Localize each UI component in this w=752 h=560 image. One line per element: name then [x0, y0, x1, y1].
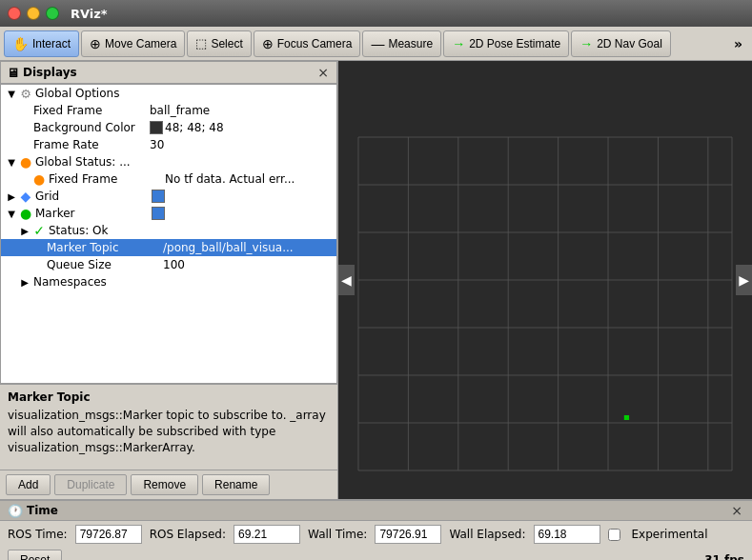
more-button[interactable]: » [728, 36, 748, 51]
ros-time-input[interactable] [75, 525, 142, 544]
displays-icon: 🖥 [7, 66, 19, 80]
move-camera-label: Move Camera [105, 37, 176, 50]
fixed-frame-value: ball_frame [146, 104, 336, 117]
namespaces-row[interactable]: ▶ Namespaces [1, 273, 336, 290]
interact-button[interactable]: ✋ Interact [4, 30, 79, 57]
marker-topic-row[interactable]: Marker Topic /pong_ball/ball_visua... [1, 239, 336, 256]
toolbar: ✋ Interact ⊕ Move Camera ⬚ Select ⊕ Focu… [0, 27, 752, 61]
minimize-button[interactable] [27, 7, 40, 20]
global-options-row[interactable]: ▼ ⚙ Global Options [1, 85, 336, 102]
fixed-frame-status-row[interactable]: ● Fixed Frame No tf data. Actual err... [1, 170, 336, 188]
time-content: ROS Time: ROS Elapsed: Wall Time: Wall E… [0, 521, 752, 548]
info-title: Marker Topic [8, 390, 330, 404]
grid-label: Grid [33, 190, 148, 203]
queue-size-value: 100 [159, 258, 336, 271]
add-button[interactable]: Add [6, 474, 51, 495]
grid-arrow[interactable]: ▶ [5, 191, 18, 202]
global-options-arrow[interactable]: ▼ [5, 89, 18, 99]
time-row2: Reset 31 fps [0, 548, 752, 560]
experimental-checkbox[interactable] [608, 529, 620, 541]
time-title: 🕐 Time [8, 504, 58, 518]
global-status-row[interactable]: ▼ ● Global Status: ... [1, 153, 336, 170]
duplicate-button[interactable]: Duplicate [54, 474, 127, 495]
marker-row[interactable]: ▼ ● Marker [1, 205, 336, 222]
background-color-value: 48; 48; 48 [146, 121, 336, 135]
marker-icon: ● [18, 206, 33, 221]
pose-icon: → [452, 36, 465, 51]
info-description: visualization_msgs::Marker topic to subs… [8, 408, 330, 455]
grid-row[interactable]: ▶ ◆ Grid [1, 188, 336, 205]
status-ok-row[interactable]: ▶ ✓ Status: Ok [1, 222, 336, 239]
3d-view[interactable]: ◀ ▶ [338, 61, 752, 499]
marker-value [148, 207, 336, 221]
left-panel: 🖥 Displays × ▼ ⚙ Global Options Fixed Fr… [0, 61, 338, 499]
select-icon: ⬚ [195, 36, 207, 50]
pose-estimate-label: 2D Pose Estimate [469, 37, 560, 50]
frame-rate-row[interactable]: Frame Rate 30 [1, 136, 336, 153]
time-label: Time [27, 504, 58, 517]
status-ok-label: Status: Ok [47, 224, 161, 237]
marker-topic-value: /pong_ball/ball_visua... [159, 241, 336, 254]
nav-goal-label: 2D Nav Goal [597, 37, 662, 50]
time-bar: 🕐 Time × ROS Time: ROS Elapsed: Wall Tim… [0, 499, 752, 560]
maximize-button[interactable] [46, 7, 59, 20]
marker-checkbox[interactable] [152, 207, 165, 220]
displays-label: Displays [23, 66, 77, 79]
displays-close-button[interactable]: × [315, 65, 331, 80]
panel-arrow-left[interactable]: ◀ [338, 265, 355, 295]
ff-status-icon: ● [31, 171, 47, 187]
marker-arrow[interactable]: ▼ [5, 209, 18, 219]
frame-rate-value: 30 [146, 138, 336, 151]
queue-size-row[interactable]: Queue Size 100 [1, 256, 336, 273]
global-status-arrow[interactable]: ▼ [5, 157, 18, 168]
displays-header: 🖥 Displays × [0, 61, 337, 84]
interact-label: Interact [32, 37, 71, 50]
wall-elapsed-label: Wall Elapsed: [449, 528, 525, 541]
measure-button[interactable]: — Measure [362, 30, 441, 57]
status-ok-icon: ✓ [31, 223, 47, 238]
status-ok-arrow[interactable]: ▶ [18, 226, 31, 236]
wall-time-input[interactable] [375, 525, 441, 544]
measure-label: Measure [388, 37, 433, 50]
close-button[interactable] [8, 7, 21, 20]
move-icon: ⊕ [90, 36, 101, 51]
grid-icon: ◆ [18, 189, 33, 204]
wall-time-label: Wall Time: [308, 528, 367, 541]
wall-elapsed-input[interactable] [534, 525, 600, 544]
titlebar: RViz* [0, 0, 752, 27]
fixed-frame-row[interactable]: Fixed Frame ball_frame [1, 102, 336, 119]
info-box: Marker Topic visualization_msgs::Marker … [0, 384, 337, 470]
focus-camera-button[interactable]: ⊕ Focus Camera [254, 30, 361, 57]
displays-tree: ▼ ⚙ Global Options Fixed Frame ball_fram… [0, 84, 337, 384]
move-camera-button[interactable]: ⊕ Move Camera [81, 30, 185, 57]
time-close-button[interactable]: × [729, 503, 744, 518]
panel-arrow-right[interactable]: ▶ [736, 265, 752, 295]
main-area: 🖥 Displays × ▼ ⚙ Global Options Fixed Fr… [0, 61, 752, 499]
remove-button[interactable]: Remove [131, 474, 198, 495]
fixed-frame-label: Fixed Frame [31, 104, 146, 117]
ros-elapsed-input[interactable] [234, 525, 300, 544]
namespaces-arrow[interactable]: ▶ [18, 277, 31, 288]
ros-elapsed-label: ROS Elapsed: [150, 528, 226, 541]
global-options-label: Global Options [33, 87, 148, 100]
nav-goal-button[interactable]: → 2D Nav Goal [571, 30, 671, 57]
background-color-row[interactable]: Background Color 48; 48; 48 [1, 119, 336, 136]
grid-checkbox[interactable] [152, 190, 165, 203]
focus-icon: ⊕ [262, 36, 274, 51]
global-options-icon: ⚙ [18, 87, 33, 101]
hand-icon: ✋ [12, 36, 29, 51]
window-title: RViz* [71, 7, 108, 21]
experimental-label: Experimental [632, 528, 708, 541]
grid-svg [338, 61, 752, 499]
grid-value [148, 190, 336, 204]
select-label: Select [211, 37, 242, 50]
fixed-frame-status-label: Fixed Frame [47, 172, 161, 186]
global-status-label: Global Status: ... [33, 155, 148, 169]
pose-estimate-button[interactable]: → 2D Pose Estimate [443, 30, 569, 57]
namespaces-label: Namespaces [31, 275, 146, 289]
select-button[interactable]: ⬚ Select [187, 30, 251, 57]
rename-button[interactable]: Rename [202, 474, 270, 495]
measure-icon: — [371, 36, 384, 51]
reset-button[interactable]: Reset [8, 550, 62, 560]
frame-rate-label: Frame Rate [31, 138, 146, 151]
